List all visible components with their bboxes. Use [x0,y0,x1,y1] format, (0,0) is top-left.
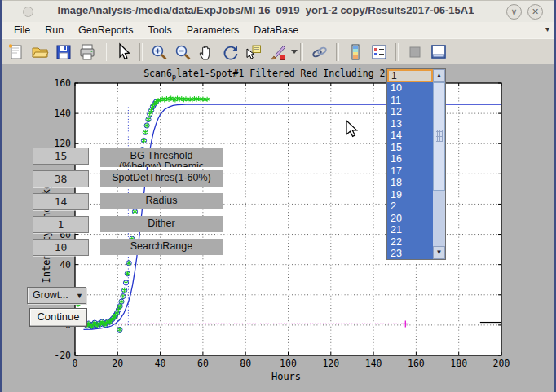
radius-input[interactable]: 14 [33,193,89,210]
link-plots-icon[interactable] [309,42,330,63]
save-icon[interactable] [53,42,74,63]
zoom-in-icon[interactable] [148,42,170,63]
menu-parameters[interactable]: Parameters [179,24,247,37]
spot-number-combobox[interactable]: 1 [387,69,433,82]
menu-tools[interactable]: Tools [141,24,179,37]
scrollbar-thumb[interactable] [433,82,445,191]
searchrange-label: SearchRange [100,239,223,255]
list-item-11[interactable]: 11 [387,95,433,107]
open-folder-icon[interactable] [29,42,51,63]
ytick-label-40: 40 [60,259,71,271]
menu-run[interactable]: Run [38,24,71,37]
xtick-label-180: 180 [450,358,467,369]
toolbar [2,38,554,65]
growth-popup-menu[interactable]: Growt... ▼ [27,287,86,304]
toolbar-separator [104,43,107,61]
spotdetthres-input[interactable]: 38 [33,170,89,187]
spot-number-list: 10111213141516171819220212223 [387,82,433,259]
colorbar-icon[interactable] [345,42,366,63]
dropdown-scrollbar[interactable]: ▲ ▼ [433,69,445,259]
x-axis-label: Hours [115,371,457,382]
docked-figure-icon[interactable] [428,42,449,63]
title-bar[interactable]: ImageAnalysis-/media/data/ExpJobs/MI 16_… [2,0,554,23]
brush-caret-icon[interactable] [288,42,294,63]
figure-window: ImageAnalysis-/media/data/ExpJobs/MI 16_… [0,0,556,392]
scroll-down-icon[interactable]: ▼ [433,246,445,259]
window-icon [23,7,33,17]
xtick-label-140: 140 [365,358,382,369]
dither-input[interactable]: 1 [33,216,89,233]
list-item-18[interactable]: 18 [387,177,433,189]
xtick-label-160: 160 [408,358,425,369]
ytick-label-160: 160 [54,77,71,89]
bg-threshold-label-line2: (%below) Dynamic [100,161,223,168]
thumb-grip [436,130,443,142]
menu-database[interactable]: DataBase [246,24,306,37]
searchrange-input[interactable]: 10 [33,239,89,256]
menu-genreports[interactable]: GenReports [71,24,140,37]
figure-canvas: Intensity and Bkgd 020406080100120140160… [2,64,554,390]
list-item-19[interactable]: 19 [387,189,433,201]
xtick-label-60: 60 [197,358,209,369]
radius-label: Radius [100,193,223,209]
spotdetthres-label: SpotDetThres(1-60%) [100,170,223,187]
bg-threshold-input[interactable]: 15 [33,148,89,165]
rotate-3d-icon[interactable] [219,42,240,63]
toolbar-separator [139,43,143,61]
list-item-15[interactable]: 15 [387,142,433,154]
toolbar-separator [395,43,399,61]
menu-bar: FileRunGenReportsToolsParametersDataBase… [2,22,554,38]
list-item-21[interactable]: 21 [387,224,433,236]
new-file-icon[interactable] [6,42,27,63]
brush-icon[interactable] [267,42,288,63]
print-icon[interactable] [77,42,98,63]
popup-caret-icon: ▼ [76,288,83,304]
mouse-cursor [346,120,359,138]
ytick-label-140: 140 [54,108,71,119]
dither-label: Dither [100,216,223,232]
shade-button[interactable]: ∨ [506,4,522,20]
pan-hand-icon[interactable] [196,42,217,63]
toolbar-separator [336,43,339,61]
list-item-23[interactable]: 23 [387,248,433,259]
list-item-17[interactable]: 17 [387,165,433,178]
plain-square-icon[interactable] [404,42,426,63]
xtick-label-0: 0 [73,358,78,369]
menu-overflow-icon[interactable]: ▾ [545,24,549,33]
xtick-label-100: 100 [280,358,297,369]
list-item-22[interactable]: 22 [387,236,433,249]
close-button[interactable]: ✕ [527,4,543,20]
list-item-2[interactable]: 2 [387,200,433,213]
xtick-label-200: 200 [493,358,510,369]
menu-file[interactable]: File [7,24,38,37]
bg-threshold-label: BG Threshold (%below) Dynamic [100,148,223,167]
insert-legend-icon[interactable] [368,42,390,63]
list-item-14[interactable]: 14 [387,130,433,142]
xtick-label-40: 40 [155,358,166,369]
zoom-out-icon[interactable] [172,42,193,63]
data-cursor-icon[interactable] [243,42,264,63]
pointer-icon[interactable] [113,42,134,63]
list-item-20[interactable]: 20 [387,213,433,225]
list-item-16[interactable]: 16 [387,153,433,165]
list-item-10[interactable]: 10 [387,82,433,95]
ytick-label--20: -20 [54,350,71,361]
toolbar-separator [300,43,303,61]
xtick-label-80: 80 [240,358,251,369]
list-item-13[interactable]: 13 [387,118,433,130]
list-item-12[interactable]: 12 [387,106,433,118]
window-title: ImageAnalysis-/media/data/ExpJobs/MI 16_… [51,4,481,16]
xtick-label-20: 20 [112,358,123,369]
scroll-up-icon[interactable]: ▲ [433,69,445,82]
spot-number-dropdown: 1 10111213141516171819220212223 ▲ ▼ [386,68,446,260]
xtick-label-120: 120 [322,358,339,369]
continue-button[interactable]: Continue [29,308,87,327]
